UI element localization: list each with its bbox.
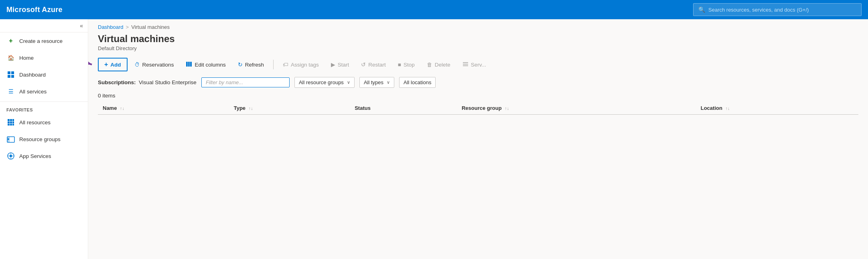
svg-rect-12 bbox=[12, 124, 14, 125]
sidebar-item-label: Resource groups bbox=[19, 136, 61, 142]
tag-icon: 🏷 bbox=[283, 62, 288, 68]
page-header: Virtual machines Default Directory bbox=[88, 32, 868, 56]
arrow-annotation: + Add bbox=[98, 58, 128, 71]
svg-rect-9 bbox=[12, 121, 14, 123]
restart-icon: ↺ bbox=[361, 61, 366, 68]
chevron-down-icon: ∨ bbox=[387, 80, 390, 85]
sidebar-item-label: Create a resource bbox=[19, 38, 63, 44]
table-header-row: Name ↑↓ Type ↑↓ Status Resource group bbox=[98, 102, 858, 115]
delete-button[interactable]: 🗑 Delete bbox=[422, 59, 456, 71]
svg-point-15 bbox=[8, 138, 9, 140]
column-header-status[interactable]: Status bbox=[350, 102, 457, 115]
svg-rect-0 bbox=[8, 71, 10, 74]
filters-row: Subscriptions: Visual Studio Enterprise … bbox=[88, 75, 868, 91]
sidebar-item-dashboard[interactable]: Dashboard bbox=[0, 66, 88, 83]
home-icon: 🏠 bbox=[6, 53, 15, 62]
table-container: Name ↑↓ Type ↑↓ Status Resource group bbox=[88, 102, 868, 115]
chevron-down-icon: ∨ bbox=[347, 80, 350, 85]
reservations-button[interactable]: ⏱ Reservations bbox=[129, 59, 179, 71]
services-button[interactable]: Serv... bbox=[457, 58, 491, 71]
virtual-machines-table: Name ↑↓ Type ↑↓ Status Resource group bbox=[98, 102, 858, 115]
columns-icon bbox=[186, 61, 192, 69]
search-input[interactable] bbox=[708, 7, 856, 13]
sidebar-collapse-button[interactable]: « bbox=[0, 19, 88, 32]
search-bar[interactable]: 🔍 bbox=[693, 3, 862, 16]
add-icon: + bbox=[104, 61, 108, 68]
page-title: Virtual machines bbox=[98, 33, 858, 45]
sort-icon-resource-group: ↑↓ bbox=[505, 106, 509, 111]
svg-rect-21 bbox=[186, 62, 188, 67]
sidebar-item-create-resource[interactable]: + Create a resource bbox=[0, 32, 88, 49]
sidebar-item-label: All resources bbox=[19, 119, 51, 125]
list-icon: ☰ bbox=[6, 87, 15, 96]
sort-icon-type: ↑↓ bbox=[249, 106, 253, 111]
dashboard-icon bbox=[6, 70, 15, 79]
content-area: Dashboard > Virtual machines Virtual mac… bbox=[88, 19, 868, 259]
svg-rect-4 bbox=[8, 119, 10, 121]
sort-icon-name: ↑↓ bbox=[120, 106, 124, 111]
toolbar-separator bbox=[273, 60, 274, 69]
edit-columns-button[interactable]: Edit columns bbox=[180, 58, 231, 71]
breadcrumb-current: Virtual machines bbox=[131, 24, 170, 30]
svg-rect-8 bbox=[10, 121, 12, 123]
stop-button[interactable]: ■ Stop bbox=[393, 59, 420, 71]
svg-rect-1 bbox=[11, 71, 14, 74]
topbar: Microsoft Azure 🔍 bbox=[0, 0, 868, 19]
svg-rect-11 bbox=[10, 124, 12, 125]
sort-icon-location: ↑↓ bbox=[726, 106, 730, 111]
app-services-icon bbox=[6, 152, 15, 160]
svg-rect-2 bbox=[8, 75, 10, 78]
stop-icon: ■ bbox=[398, 62, 401, 68]
sidebar-item-all-services[interactable]: ☰ All services bbox=[0, 83, 88, 100]
refresh-icon: ↻ bbox=[238, 61, 243, 68]
plus-icon: + bbox=[6, 36, 15, 45]
start-button[interactable]: ▶ Start bbox=[326, 59, 355, 71]
grid-icon bbox=[6, 118, 15, 127]
all-types-dropdown[interactable]: All types ∨ bbox=[359, 77, 394, 88]
name-filter-input[interactable] bbox=[201, 77, 290, 87]
services-icon bbox=[462, 61, 468, 68]
svg-rect-23 bbox=[190, 62, 192, 67]
column-header-name[interactable]: Name ↑↓ bbox=[98, 102, 229, 115]
breadcrumb-dashboard-link[interactable]: Dashboard bbox=[98, 24, 124, 30]
resource-groups-icon bbox=[6, 135, 15, 144]
page-subtitle: Default Directory bbox=[98, 45, 858, 51]
sidebar-divider bbox=[0, 101, 88, 102]
sidebar-item-all-resources[interactable]: All resources bbox=[0, 114, 88, 131]
toolbar: + Add ⏱ Reservations Edit columns bbox=[88, 56, 868, 75]
svg-rect-22 bbox=[188, 62, 190, 67]
main-layout: « + Create a resource 🏠 Home Dashboard ☰ bbox=[0, 19, 868, 259]
svg-rect-6 bbox=[12, 119, 14, 121]
resource-groups-dropdown[interactable]: All resource groups ∨ bbox=[294, 77, 355, 88]
refresh-button[interactable]: ↻ Refresh bbox=[233, 59, 269, 71]
subscription-label: Subscriptions: Visual Studio Enterprise bbox=[98, 79, 197, 85]
sidebar-item-app-services[interactable]: App Services bbox=[0, 148, 88, 164]
start-icon: ▶ bbox=[331, 61, 335, 68]
purple-arrow-icon bbox=[88, 56, 96, 73]
sidebar-item-label: Home bbox=[19, 55, 34, 61]
items-count: 0 items bbox=[88, 91, 868, 102]
restart-button[interactable]: ↺ Restart bbox=[356, 59, 391, 71]
sidebar-item-resource-groups[interactable]: Resource groups bbox=[0, 131, 88, 148]
filter-by-name-input[interactable] bbox=[206, 79, 285, 85]
assign-tags-button[interactable]: 🏷 Assign tags bbox=[278, 59, 324, 71]
svg-rect-10 bbox=[8, 124, 10, 125]
sidebar-item-label: All services bbox=[19, 89, 47, 95]
breadcrumb-separator: > bbox=[126, 24, 129, 30]
sidebar: « + Create a resource 🏠 Home Dashboard ☰ bbox=[0, 19, 88, 259]
sidebar-item-home[interactable]: 🏠 Home bbox=[0, 49, 88, 66]
breadcrumb: Dashboard > Virtual machines bbox=[88, 19, 868, 32]
app-title: Microsoft Azure bbox=[6, 6, 63, 14]
column-header-location[interactable]: Location ↑↓ bbox=[696, 102, 858, 115]
delete-icon: 🗑 bbox=[427, 62, 432, 68]
svg-rect-5 bbox=[10, 119, 12, 121]
reservations-icon: ⏱ bbox=[134, 62, 140, 68]
add-button[interactable]: + Add bbox=[98, 58, 128, 71]
sidebar-item-label: App Services bbox=[19, 153, 51, 159]
column-header-type[interactable]: Type ↑↓ bbox=[229, 102, 350, 115]
all-locations-dropdown[interactable]: All locations bbox=[399, 77, 436, 88]
svg-rect-7 bbox=[8, 121, 10, 123]
column-header-resource-group[interactable]: Resource group ↑↓ bbox=[457, 102, 696, 115]
svg-rect-3 bbox=[11, 75, 14, 78]
favorites-label: FAVORITES bbox=[0, 103, 88, 114]
